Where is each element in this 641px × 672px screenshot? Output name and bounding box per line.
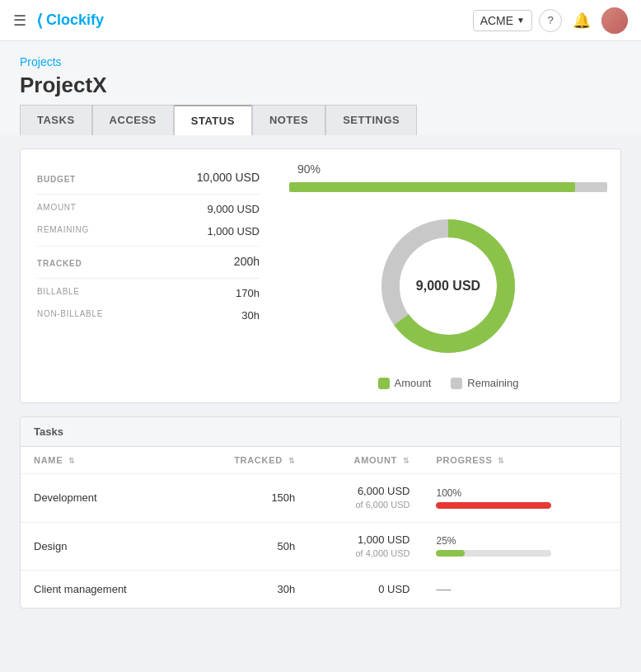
task-progress-bar <box>436 502 551 509</box>
tracked-value: 200h <box>234 255 260 268</box>
app-header: ☰ ⟨ Clockify ACME ▼ ? 🔔 <box>0 0 641 41</box>
sort-progress-icon: ⇅ <box>498 457 505 465</box>
task-amount-cell: 1,000 USDof 4,000 USD <box>308 522 423 571</box>
task-progress-cell: 100% <box>423 474 620 523</box>
amount-sub: of 4,000 USD <box>321 547 409 560</box>
legend-amount: Amount <box>378 377 432 389</box>
tasks-panel: Tasks NAME ⇅ TRACKED ⇅ AMOUNT ⇅ <box>20 416 621 609</box>
progress-label: 100% <box>436 487 607 499</box>
sort-name-icon: ⇅ <box>68 457 76 465</box>
amount-main: 6,000 USD <box>321 484 409 499</box>
col-name[interactable]: NAME ⇅ <box>21 447 187 474</box>
budget-total-row: BUDGET 10,000 USD <box>37 162 260 195</box>
task-progress-cell: 25% <box>423 522 620 571</box>
billable-section: BILLABLE 170h NON-BILLABLE 30h <box>37 279 260 330</box>
tab-tasks[interactable]: TASKS <box>20 105 92 135</box>
chevron-down-icon: ▼ <box>517 16 525 25</box>
breadcrumb-area: Projects ProjectX <box>0 41 641 105</box>
tab-access[interactable]: ACCESS <box>92 105 174 135</box>
progress-dash: — <box>436 580 451 597</box>
percent-label: 90% <box>297 162 320 176</box>
amount-remaining-section: AMOUNT 9,000 USD REMAINING 1,000 USD <box>37 195 260 247</box>
table-row: Development150h6,000 USDof 6,000 USD 100… <box>21 474 620 523</box>
amount-value: 9,000 USD <box>207 203 260 215</box>
tracked-label: TRACKED <box>37 259 82 268</box>
task-progress-fill <box>436 550 465 557</box>
app-logo: ⟨ Clockify <box>36 11 473 31</box>
task-progress-bar <box>436 550 551 557</box>
acme-button[interactable]: ACME ▼ <box>473 10 532 31</box>
page-title: ProjectX <box>20 73 621 98</box>
task-progress-fill <box>436 502 551 509</box>
task-name-cell: Development <box>21 474 187 523</box>
logo-bracket: ⟨ <box>36 11 43 31</box>
chart-section: 90% 9,000 USD Amount <box>276 149 620 402</box>
help-button[interactable]: ? <box>539 9 562 32</box>
chart-legend: Amount Remaining <box>378 377 519 389</box>
chart-progress-bar <box>289 182 607 192</box>
remaining-value: 1,000 USD <box>207 225 260 237</box>
tab-settings[interactable]: SETTINGS <box>325 105 417 135</box>
bell-icon[interactable]: 🔔 <box>568 7 595 34</box>
table-row: Design50h1,000 USDof 4,000 USD 25% <box>21 522 620 571</box>
avatar-image <box>601 7 628 34</box>
logo-text: Clockify <box>46 12 104 29</box>
col-amount[interactable]: AMOUNT ⇅ <box>308 447 423 474</box>
acme-label: ACME <box>480 14 513 27</box>
billable-label: BILLABLE <box>37 287 80 299</box>
budget-total-value: 10,000 USD <box>197 171 260 184</box>
header-right: ACME ▼ ? 🔔 <box>473 7 628 34</box>
budget-label: BUDGET <box>37 175 76 184</box>
legend-amount-dot <box>378 378 390 389</box>
col-tracked[interactable]: TRACKED ⇅ <box>187 447 309 474</box>
task-amount-cell: 6,000 USDof 6,000 USD <box>308 474 423 523</box>
sort-amount-icon: ⇅ <box>403 457 410 465</box>
billable-row: BILLABLE 170h <box>37 282 260 304</box>
budget-section: BUDGET 10,000 USD AMOUNT 9,000 USD REMAI… <box>21 149 276 402</box>
donut-chart: 9,000 USD <box>374 212 522 360</box>
breadcrumb-link[interactable]: Projects <box>20 55 62 68</box>
col-progress[interactable]: PROGRESS ⇅ <box>423 447 620 474</box>
legend-amount-label: Amount <box>395 377 432 389</box>
amount-row: AMOUNT 9,000 USD <box>37 198 260 220</box>
task-tracked-cell: 150h <box>187 474 309 523</box>
main-content: BUDGET 10,000 USD AMOUNT 9,000 USD REMAI… <box>0 135 641 622</box>
billable-value: 170h <box>236 287 260 299</box>
tasks-table: NAME ⇅ TRACKED ⇅ AMOUNT ⇅ PROGRESS ⇅ <box>21 447 620 608</box>
task-progress-cell: — <box>423 571 620 609</box>
amount-sub: of 6,000 USD <box>321 499 409 511</box>
menu-icon[interactable]: ☰ <box>13 12 26 30</box>
task-name-cell: Design <box>21 522 187 571</box>
task-tracked-cell: 30h <box>187 571 309 609</box>
legend-remaining-label: Remaining <box>467 377 518 389</box>
tab-status[interactable]: STATUS <box>174 105 252 135</box>
nonbillable-label: NON-BILLABLE <box>37 309 103 322</box>
nonbillable-value: 30h <box>241 309 260 322</box>
progress-label: 25% <box>436 535 607 547</box>
table-header-row: NAME ⇅ TRACKED ⇅ AMOUNT ⇅ PROGRESS ⇅ <box>21 447 620 474</box>
task-name-cell: Client management <box>21 571 187 609</box>
avatar[interactable] <box>601 7 628 34</box>
tab-notes[interactable]: NOTES <box>252 105 325 135</box>
donut-center-value: 9,000 USD <box>416 279 480 294</box>
amount-main: 0 USD <box>321 582 409 597</box>
remaining-row: REMAINING 1,000 USD <box>37 220 260 242</box>
legend-remaining-dot <box>451 378 462 389</box>
tabs-bar: TASKS ACCESS STATUS NOTES SETTINGS <box>0 105 641 135</box>
nonbillable-row: NON-BILLABLE 30h <box>37 304 260 327</box>
budget-panel: BUDGET 10,000 USD AMOUNT 9,000 USD REMAI… <box>20 148 621 403</box>
amount-label: AMOUNT <box>37 203 77 215</box>
legend-remaining: Remaining <box>451 377 518 389</box>
task-tracked-cell: 50h <box>187 522 309 571</box>
task-amount-cell: 0 USD <box>308 571 423 609</box>
table-row: Client management30h0 USD— <box>21 571 620 609</box>
tracked-total-row: TRACKED 200h <box>37 247 260 279</box>
tasks-panel-header: Tasks <box>21 417 620 447</box>
remaining-label: REMAINING <box>37 225 89 237</box>
sort-tracked-icon: ⇅ <box>288 457 296 465</box>
amount-main: 1,000 USD <box>321 533 409 547</box>
chart-progress-fill <box>289 182 575 192</box>
